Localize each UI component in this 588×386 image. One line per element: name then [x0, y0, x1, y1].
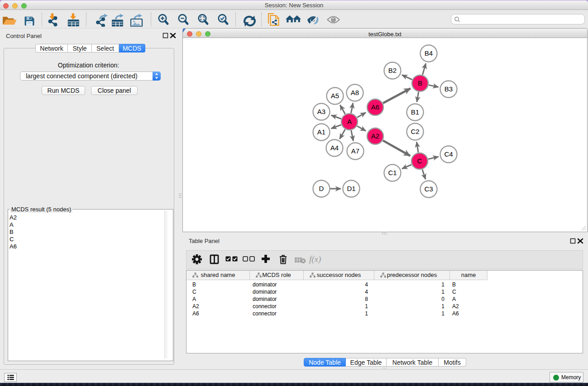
svg-text:B4: B4 — [425, 49, 433, 57]
svg-text:C2: C2 — [411, 128, 419, 135]
svg-text:A3: A3 — [317, 108, 325, 115]
svg-text:A5: A5 — [331, 92, 339, 100]
svg-text:A1: A1 — [317, 128, 325, 136]
svg-text:A2: A2 — [371, 132, 379, 140]
svg-text:C1: C1 — [388, 169, 397, 176]
svg-text:C4: C4 — [444, 150, 453, 158]
svg-text:D: D — [319, 185, 324, 192]
svg-text:D1: D1 — [347, 185, 355, 192]
svg-text:C3: C3 — [424, 185, 433, 193]
svg-text:B2: B2 — [388, 67, 397, 74]
svg-text:B3: B3 — [445, 85, 453, 93]
svg-text:A: A — [347, 118, 352, 125]
svg-text:A7: A7 — [351, 147, 359, 155]
svg-text:A4: A4 — [330, 144, 339, 152]
svg-text:A6: A6 — [371, 103, 379, 111]
svg-text:B: B — [418, 79, 422, 87]
svg-text:A8: A8 — [351, 89, 359, 96]
svg-text:C: C — [417, 157, 422, 165]
svg-text:B1: B1 — [411, 108, 419, 116]
